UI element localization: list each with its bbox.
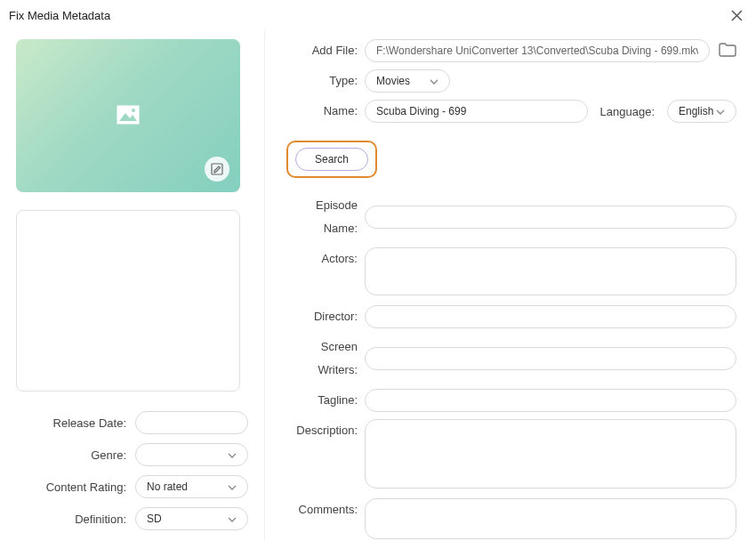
svg-rect-3 (212, 164, 222, 174)
svg-rect-0 (117, 105, 140, 124)
type-select[interactable]: Movies (365, 69, 450, 93)
director-label: Director: (279, 305, 365, 328)
add-file-input[interactable] (365, 39, 710, 62)
comments-input[interactable] (365, 498, 736, 539)
type-label: Type: (279, 69, 365, 93)
definition-label: Definition: (16, 513, 135, 526)
episode-name-label: Episode Name: (279, 194, 365, 240)
chevron-down-icon (228, 448, 237, 461)
svg-point-2 (132, 109, 135, 112)
media-thumbnail (16, 39, 240, 192)
image-placeholder-icon (117, 105, 140, 127)
screen-writers-input[interactable] (365, 347, 736, 370)
actors-label: Actors: (279, 247, 365, 270)
release-date-label: Release Date: (16, 416, 135, 430)
search-button[interactable]: Search (295, 148, 368, 171)
content-rating-select[interactable]: No rated (135, 475, 248, 498)
edit-thumbnail-button[interactable] (205, 157, 229, 182)
director-input[interactable] (365, 305, 736, 328)
language-value: English (679, 105, 713, 117)
release-date-input[interactable] (135, 411, 248, 434)
content-rating-value: No rated (147, 480, 188, 493)
chevron-down-icon (228, 480, 237, 493)
search-highlight: Search (286, 141, 377, 178)
close-icon[interactable] (730, 9, 744, 22)
chevron-down-icon (228, 513, 237, 525)
tagline-input[interactable] (365, 389, 736, 412)
actors-input[interactable] (365, 247, 736, 295)
comments-label: Comments: (279, 498, 365, 521)
definition-value: SD (147, 513, 162, 525)
description-input[interactable] (365, 419, 736, 489)
genre-select[interactable] (135, 443, 248, 466)
add-file-label: Add File: (279, 39, 365, 62)
folder-icon[interactable] (719, 43, 736, 60)
type-value: Movies (376, 75, 410, 87)
episode-name-input[interactable] (365, 206, 736, 229)
preview-box (16, 210, 240, 392)
tagline-label: Tagline: (279, 389, 365, 412)
language-label: Language: (600, 105, 655, 118)
chevron-down-icon (430, 75, 438, 87)
content-rating-label: Content Rating: (16, 480, 135, 494)
definition-select[interactable]: SD (135, 507, 248, 530)
name-input[interactable] (365, 100, 588, 123)
chevron-down-icon (716, 105, 725, 117)
genre-label: Genre: (16, 448, 135, 462)
language-select[interactable]: English (667, 100, 736, 123)
screen-writers-label: Screen Writers: (279, 335, 365, 382)
description-label: Description: (279, 419, 365, 442)
name-label: Name: (279, 100, 365, 123)
window-title: Fix Media Metadata (9, 9, 110, 22)
